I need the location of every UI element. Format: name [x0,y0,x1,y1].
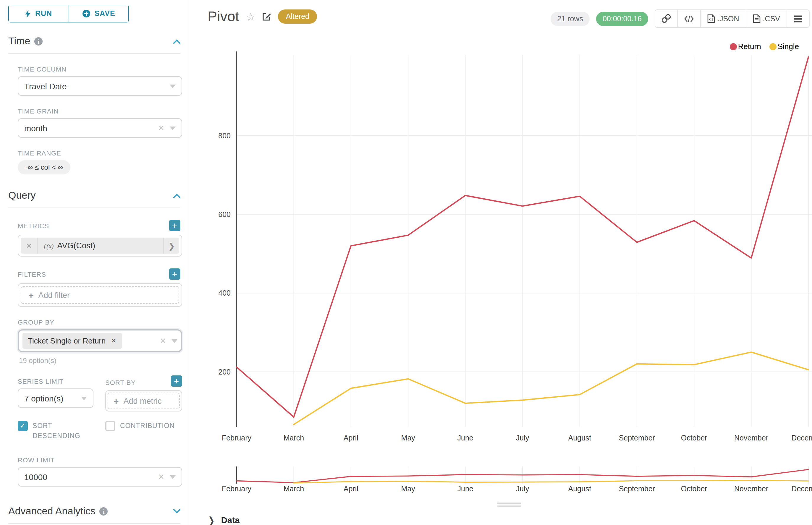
run-button[interactable]: RUN [9,5,68,22]
add-filter-button[interactable]: + Add filter [21,286,179,304]
series-limit-select[interactable]: 7 option(s) [18,388,93,408]
svg-text:March: March [284,434,304,442]
sort-descending-label: SORT DESCENDING [32,421,98,441]
section-divider [8,53,180,54]
row-limit-select[interactable]: 10000 ✕ [18,467,182,486]
series-limit-label: SERIES LIMIT [18,378,102,385]
series-limit-value: 7 option(s) [24,393,63,403]
metric-pill[interactable]: ✕ ƒ(x) AVG(Cost) ❯ [21,238,179,254]
chevron-down-icon[interactable] [173,509,180,514]
contribution-checkbox[interactable] [105,421,115,431]
svg-text:October: October [681,484,707,493]
caret-down-icon [170,475,176,479]
svg-text:July: July [516,484,529,493]
svg-text:November: November [734,434,768,442]
info-icon: i [100,507,108,515]
save-button[interactable]: SAVE [68,5,128,22]
remove-tag-icon[interactable]: ✕ [111,337,117,345]
svg-text:December: December [791,434,812,442]
chevron-right-icon: ❯ [208,515,215,525]
svg-text:November: November [734,484,768,493]
data-panel-toggle[interactable]: ❯ Data [208,515,240,525]
time-section-title: Time [8,35,30,47]
metric-value: AVG(Cost) [57,241,95,250]
group-by-pill[interactable]: Ticket Single or Return ✕ [23,333,122,349]
add-sort-metric-plus-button[interactable]: + [171,375,182,387]
plus-icon: + [114,396,119,406]
time-column-select[interactable]: Travel Date [18,76,182,96]
svg-text:October: October [681,434,707,442]
clear-icon[interactable]: ✕ [158,472,164,481]
add-filter-plus-button[interactable]: + [169,268,180,280]
sort-by-label: SORT BY + [105,378,182,387]
time-grain-value: month [24,123,47,133]
caret-down-icon[interactable] [172,339,177,343]
contribution-checkbox-row[interactable]: CONTRIBUTION [105,421,175,441]
svg-text:June: June [457,434,473,442]
svg-text:May: May [401,434,415,442]
advanced-analytics-header[interactable]: Advanced Analytics i [8,486,180,517]
svg-text:September: September [619,434,655,442]
add-metric-plus-button[interactable]: + [169,220,180,231]
superset-explore-view: RUN SAVE Time i TIME COLUMN Travel [0,0,812,525]
contribution-label: CONTRIBUTION [120,421,175,441]
sort-by-control: + Add metric [105,390,182,411]
time-grain-select[interactable]: month ✕ [18,118,182,138]
svg-text:February: February [222,484,252,493]
data-panel-title: Data [221,515,240,525]
time-range-pill[interactable]: -∞ ≤ col < ∞ [18,160,71,175]
section-divider [8,208,180,208]
plus-icon: + [28,290,34,300]
chart-panel: Pivot ☆ Altered 21 rows 00:00:00.16 [189,0,812,525]
caret-down-icon [81,396,87,400]
sort-descending-checkbox[interactable]: ✓ [18,421,28,431]
info-icon: i [34,37,43,46]
remove-metric-icon[interactable]: ✕ [21,238,38,254]
metrics-label: METRICS + [18,220,180,231]
time-grain-label: TIME GRAIN [18,108,180,115]
clear-icon[interactable]: ✕ [158,123,164,132]
annotations-header[interactable]: Annotations and Layers [8,524,180,525]
add-sort-metric-button[interactable]: + Add metric [108,393,180,409]
svg-text:December: December [791,484,812,493]
panel-resize-handle[interactable] [497,502,521,508]
svg-text:August: August [568,434,591,442]
options-hint: 19 option(s) [19,357,189,365]
line-chart[interactable]: 200400600800FebruaryFebruaryMarchMarchAp… [189,0,812,499]
svg-text:February: February [222,434,252,442]
query-section-title: Query [8,190,36,201]
run-button-label: RUN [35,10,52,18]
query-section-header[interactable]: Query [8,175,180,201]
group-by-label: GROUP BY [18,319,180,326]
plus-circle-icon [82,10,90,18]
chevron-up-icon[interactable] [173,39,180,44]
chevron-right-icon[interactable]: ❯ [163,238,179,254]
svg-text:September: September [619,484,655,493]
add-filter-label: Add filter [39,290,70,299]
time-section-header[interactable]: Time i [8,22,180,47]
run-save-button-group: RUN SAVE [8,5,129,22]
bolt-icon [25,10,31,17]
chevron-up-icon[interactable] [173,193,180,198]
filters-control: + Add filter [18,283,182,307]
metrics-control: ✕ ƒ(x) AVG(Cost) ❯ [18,235,182,257]
screenshot-stage: RUN SAVE Time i TIME COLUMN Travel [0,0,812,525]
sort-descending-checkbox-row[interactable]: ✓ SORT DESCENDING [18,421,105,441]
svg-text:August: August [568,484,591,493]
caret-down-icon [170,126,176,130]
svg-text:600: 600 [218,210,231,219]
advanced-analytics-title: Advanced Analytics [8,506,95,517]
time-column-label: TIME COLUMN [18,65,180,73]
caret-down-icon [170,84,176,88]
svg-text:July: July [516,434,529,442]
row-limit-value: 10000 [24,472,47,482]
time-column-value: Travel Date [24,81,67,91]
clear-icon[interactable]: ✕ [160,336,166,345]
filters-label: FILTERS + [18,268,180,280]
fx-icon: ƒ(x) [43,242,54,249]
svg-text:May: May [401,484,415,493]
add-metric-label: Add metric [123,396,162,405]
row-limit-label: ROW LIMIT [18,456,180,464]
svg-text:200: 200 [218,368,231,376]
group-by-select[interactable]: Ticket Single or Return ✕ ✕ [18,329,182,352]
